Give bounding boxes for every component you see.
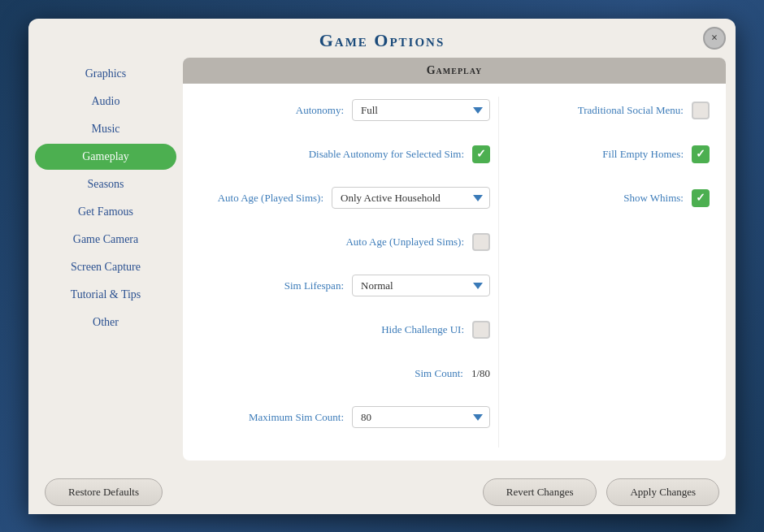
revert-changes-button[interactable]: Revert Changes (483, 478, 597, 506)
sidebar-item-screen-capture[interactable]: Screen Capture (35, 254, 176, 280)
sidebar-item-audio[interactable]: Audio (35, 89, 176, 115)
auto-age-played-dropdown[interactable]: Only Active Household All Off (332, 187, 490, 209)
fill-empty-homes-checkbox[interactable] (692, 145, 710, 163)
sidebar-item-graphics[interactable]: Graphics (35, 61, 176, 87)
disable-autonomy-checkbox[interactable] (472, 145, 490, 163)
max-sim-count-row: Maximum Sim Count: 20 40 60 80 100 (199, 404, 490, 431)
main-content: Gameplay Autonomy: Full High Normal (183, 58, 726, 461)
sidebar-item-gameplay[interactable]: Gameplay (35, 144, 176, 170)
traditional-social-label: Traditional Social Menu: (578, 104, 684, 117)
show-whims-label: Show Whims: (623, 192, 684, 205)
auto-age-unplayed-row: Auto Age (Unplayed Sims): (199, 228, 490, 256)
sidebar-item-music[interactable]: Music (35, 116, 176, 142)
sim-lifespan-row: Sim Lifespan: Short Normal Long Epic (199, 272, 490, 300)
footer-right-buttons: Revert Changes Apply Changes (483, 478, 719, 506)
sim-count-value: 1/80 (471, 367, 490, 380)
disable-autonomy-label: Disable Autonomy for Selected Sim: (309, 148, 464, 161)
traditional-social-checkbox[interactable] (692, 102, 710, 119)
sidebar: Graphics Audio Music Gameplay Seasons Ge… (28, 58, 183, 470)
fill-empty-homes-label: Fill Empty Homes: (602, 148, 684, 161)
hide-challenge-checkbox[interactable] (472, 321, 490, 339)
close-button[interactable]: × (703, 27, 726, 50)
dialog-footer: Restore Defaults Revert Changes Apply Ch… (28, 470, 736, 514)
sim-count-row: Sim Count: 1/80 (199, 360, 490, 387)
auto-age-played-row: Auto Age (Played Sims): Only Active Hous… (199, 184, 490, 212)
autonomy-dropdown[interactable]: Full High Normal Low Off (352, 99, 490, 121)
disable-autonomy-row: Disable Autonomy for Selected Sim: (199, 141, 490, 168)
title-bar: Game Options × (28, 19, 736, 58)
dialog-title: Game Options (319, 30, 445, 50)
hide-challenge-label: Hide Challenge UI: (381, 323, 464, 336)
apply-changes-button[interactable]: Apply Changes (606, 478, 719, 506)
sim-count-label: Sim Count: (415, 367, 463, 380)
auto-age-unplayed-checkbox[interactable] (472, 233, 490, 251)
auto-age-played-label: Auto Age (Played Sims): (218, 192, 323, 205)
sidebar-item-tutorial-tips[interactable]: Tutorial & Tips (35, 282, 176, 308)
game-options-dialog: Game Options × Graphics Audio Music Game… (28, 19, 736, 514)
hide-challenge-row: Hide Challenge UI: (199, 316, 490, 344)
fill-empty-homes-row: Fill Empty Homes: (515, 141, 710, 168)
restore-defaults-button[interactable]: Restore Defaults (45, 478, 163, 506)
max-sim-count-dropdown[interactable]: 20 40 60 80 100 (352, 406, 490, 428)
sim-lifespan-dropdown[interactable]: Short Normal Long Epic (352, 275, 490, 296)
autonomy-label: Autonomy: (296, 104, 344, 117)
sidebar-item-get-famous[interactable]: Get Famous (35, 199, 176, 225)
sidebar-item-game-camera[interactable]: Game Camera (35, 227, 176, 253)
sidebar-item-other[interactable]: Other (35, 309, 176, 335)
traditional-social-row: Traditional Social Menu: (515, 97, 710, 124)
sidebar-item-seasons[interactable]: Seasons (35, 171, 176, 197)
autonomy-row: Autonomy: Full High Normal Low Off (199, 97, 490, 124)
auto-age-unplayed-label: Auto Age (Unplayed Sims): (345, 236, 464, 249)
max-sim-count-label: Maximum Sim Count: (249, 411, 344, 424)
section-header: Gameplay (183, 58, 726, 84)
sim-lifespan-label: Sim Lifespan: (284, 279, 344, 292)
show-whims-row: Show Whims: (515, 184, 710, 212)
dialog-body: Graphics Audio Music Gameplay Seasons Ge… (28, 58, 736, 470)
show-whims-checkbox[interactable] (692, 189, 710, 207)
